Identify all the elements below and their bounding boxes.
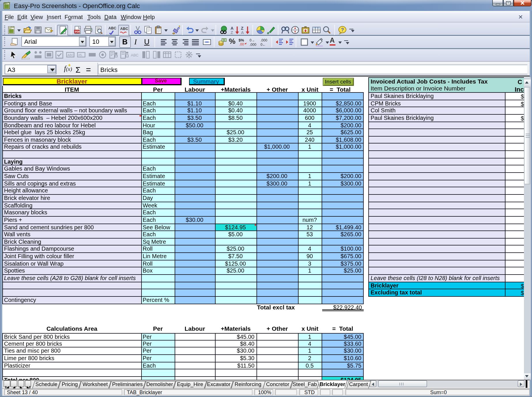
svg-text:$%: $% [239, 38, 244, 42]
svg-text:A: A [231, 26, 234, 31]
svg-text:ABC: ABC [108, 26, 116, 30]
svg-text:?: ? [341, 27, 344, 33]
svg-text:Z: Z [231, 30, 233, 35]
svg-text:0→: 0→ [250, 38, 255, 42]
svg-text:PDF: PDF [75, 30, 80, 33]
svg-text:Z: Z [241, 26, 244, 31]
svg-text:.000: .000 [261, 38, 267, 42]
svg-text:.000: .000 [250, 42, 256, 46]
svg-text:A: A [241, 30, 244, 35]
svg-text:ABC: ABC [131, 53, 139, 57]
svg-text:.00: .00 [239, 42, 244, 46]
svg-text:#5.: #5. [78, 53, 83, 57]
svg-text:ABC: ABC [67, 53, 74, 57]
svg-text:0←: 0← [261, 42, 266, 46]
svg-text:ABC: ABC [120, 27, 128, 31]
